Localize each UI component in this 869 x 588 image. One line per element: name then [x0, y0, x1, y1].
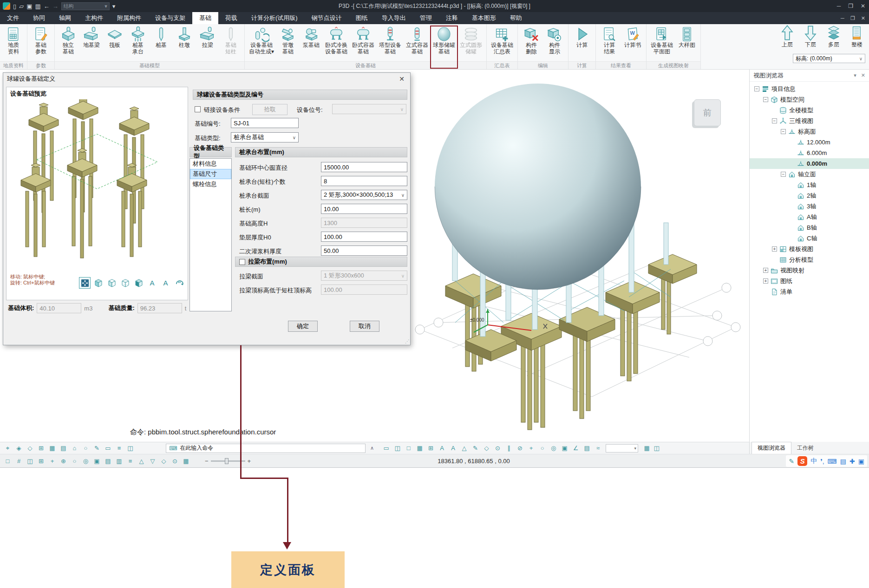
- toolbar-icon[interactable]: ⌂: [70, 444, 79, 453]
- panel-menu-icon[interactable]: ▾: [854, 72, 856, 78]
- tree-item[interactable]: − 标高面: [750, 126, 869, 137]
- ribbon-button[interactable]: 基础短柱: [220, 26, 242, 61]
- toolbar-icon[interactable]: ▦: [47, 444, 57, 453]
- toolbar-icon[interactable]: ≈: [593, 444, 603, 453]
- preview-view-button[interactable]: [173, 277, 185, 289]
- toolbar-icon[interactable]: ∥: [504, 444, 514, 453]
- ribbon-button[interactable]: 卧式冷换设备基础: [323, 26, 349, 61]
- menu-item[interactable]: 轴网: [52, 12, 78, 24]
- level-nav-button[interactable]: 下层: [801, 25, 820, 49]
- tree-item[interactable]: C轴: [750, 233, 869, 244]
- toolbar-icon[interactable]: ○: [81, 444, 91, 453]
- tree-item[interactable]: + 图纸: [750, 276, 869, 286]
- tree-expander[interactable]: −: [754, 86, 759, 91]
- foundation-type-combo[interactable]: 桩承台基础 ∨: [231, 132, 299, 142]
- foundation-code-input[interactable]: SJ-01: [231, 118, 299, 128]
- toolbar-icon[interactable]: ◫: [652, 444, 661, 453]
- ribbon-button[interactable]: 筏板: [104, 26, 126, 61]
- ribbon-button[interactable]: 柱墩: [173, 26, 196, 61]
- tree-expander[interactable]: −: [772, 118, 777, 123]
- toolbar-icon[interactable]: ▭: [381, 444, 391, 453]
- elevation-combo[interactable]: 标高: (0.000m) ∨: [793, 54, 865, 63]
- preview-view-button[interactable]: A: [146, 277, 158, 289]
- toolbar-icon[interactable]: ▥: [114, 456, 124, 465]
- ribbon-button[interactable]: 立式圆形储罐: [458, 26, 484, 61]
- menu-item[interactable]: 基础: [192, 12, 218, 24]
- ribbon-button[interactable]: 设备基础汇总表: [489, 26, 515, 61]
- toolbar-icon[interactable]: □: [3, 456, 13, 465]
- ribbon-button[interactable]: 地质资料: [2, 26, 25, 61]
- save-icon[interactable]: ▣: [26, 3, 32, 10]
- preview-view-button[interactable]: [133, 277, 144, 289]
- view-cube[interactable]: 前: [694, 99, 721, 126]
- toolbar-icon[interactable]: ✎: [470, 444, 480, 453]
- preview-3d-image[interactable]: [9, 99, 185, 263]
- ribbon-button[interactable]: 设备基础平面图: [649, 26, 675, 61]
- menu-item[interactable]: 图纸: [349, 12, 375, 24]
- save-all-icon[interactable]: ▥: [35, 3, 40, 10]
- slider-handle[interactable]: [225, 458, 229, 464]
- menu-item[interactable]: 钢节点设计: [305, 12, 349, 24]
- ribbon-button[interactable]: 球形储罐基础: [431, 26, 457, 61]
- toolbar-icon[interactable]: ▤: [59, 444, 68, 453]
- tree-item[interactable]: A轴: [750, 212, 869, 222]
- tree-item[interactable]: 6.000m: [750, 148, 869, 158]
- tree-item[interactable]: B轴: [750, 222, 869, 233]
- toolbar-icon[interactable]: ◫: [392, 444, 402, 453]
- sidebar-tab[interactable]: 视图浏览器: [751, 442, 791, 454]
- collapse-icon[interactable]: ∧: [370, 445, 374, 451]
- ribbon-button[interactable]: 构件显示: [543, 26, 566, 61]
- tie-beam-checkbox[interactable]: [239, 259, 245, 265]
- toolbar-icon[interactable]: ▤: [103, 456, 113, 465]
- ribbon-button[interactable]: 拉梁: [196, 26, 219, 61]
- toolbar-icon[interactable]: ⊕: [59, 456, 68, 465]
- doc-close-icon[interactable]: ✕: [861, 15, 865, 21]
- tree-item[interactable]: 3轴: [750, 201, 869, 212]
- toolbar-icon[interactable]: ✎: [92, 444, 102, 453]
- cancel-button[interactable]: 取消: [350, 321, 379, 332]
- field-input[interactable]: 10.00: [321, 204, 407, 214]
- menu-item[interactable]: 导入导出: [375, 12, 413, 24]
- open-file-icon[interactable]: ▱: [19, 3, 24, 10]
- ribbon-button[interactable]: 卧式容器基础: [350, 26, 376, 61]
- toolbar-icon[interactable]: ▣: [92, 456, 102, 465]
- ribbon-button[interactable]: 计算结果: [598, 26, 621, 61]
- field-input[interactable]: 50.00: [321, 246, 407, 256]
- ribbon-button[interactable]: 大样图: [676, 26, 698, 61]
- menu-item[interactable]: 文件: [0, 12, 26, 24]
- toolbar-icon[interactable]: ⊞: [36, 456, 46, 465]
- zoom-slider[interactable]: − +: [205, 458, 251, 465]
- toolbar-icon[interactable]: ▦: [181, 456, 191, 465]
- ribbon-button[interactable]: 计算书: [621, 26, 644, 61]
- tree-item[interactable]: 清单: [750, 286, 869, 297]
- tree-item[interactable]: − 轴立面: [750, 169, 869, 180]
- ribbon-button[interactable]: 设备基础自动生成▾: [247, 26, 276, 61]
- tree-expander[interactable]: +: [763, 268, 768, 273]
- toolbar-icon[interactable]: ▽: [148, 456, 157, 465]
- toolbar-icon[interactable]: □: [404, 444, 413, 453]
- ribbon-button[interactable]: 立式容器基础: [404, 26, 430, 61]
- restore-icon[interactable]: ❐: [848, 3, 853, 9]
- sogou-logo-icon[interactable]: S: [797, 456, 807, 466]
- toolbar-icon[interactable]: ◇: [25, 444, 35, 453]
- type-list-item[interactable]: 材料信息: [190, 159, 231, 169]
- toolbar-icon[interactable]: ≡: [125, 456, 135, 465]
- panel-close-icon[interactable]: ✕: [861, 72, 865, 78]
- tree-item[interactable]: 0.000m: [750, 158, 869, 169]
- ribbon-button[interactable]: 计算: [571, 26, 593, 61]
- zoom-out-icon[interactable]: −: [205, 458, 209, 465]
- doc-minimize-icon[interactable]: ─: [841, 15, 844, 21]
- toolbar-icon[interactable]: A: [437, 444, 447, 453]
- menu-item[interactable]: 基本图形: [465, 12, 503, 24]
- new-file-icon[interactable]: ▯: [13, 3, 16, 10]
- menu-item[interactable]: 主构件: [78, 12, 110, 24]
- toolbar-icon[interactable]: ◫: [25, 456, 35, 465]
- field-input[interactable]: 1 矩形300x600 ∨: [321, 271, 407, 281]
- menu-item[interactable]: 协同: [26, 12, 52, 24]
- ime-punct-icon[interactable]: ❜,: [820, 458, 824, 465]
- toolbar-icon[interactable]: +: [47, 456, 57, 465]
- preview-view-button[interactable]: [119, 277, 131, 289]
- preview-view-button[interactable]: [79, 277, 91, 289]
- workspace-combo[interactable]: 结构 ▾: [61, 2, 110, 10]
- ime-toolbox-icon[interactable]: ✚: [849, 458, 855, 465]
